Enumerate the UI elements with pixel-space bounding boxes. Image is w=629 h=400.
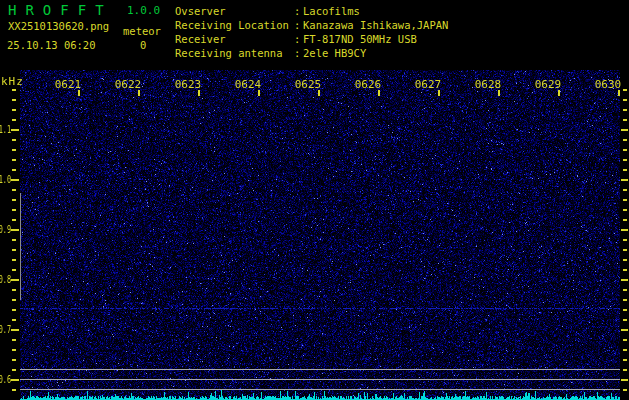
- freq-tick-label: 1.1: [0, 124, 11, 135]
- freq-minor-tick-left: [12, 389, 16, 391]
- app-version: 1.0.0: [127, 5, 160, 17]
- info-label: Receiver: [175, 32, 294, 46]
- freq-major-tick-right: [621, 379, 628, 381]
- freq-minor-tick-left: [12, 359, 16, 361]
- freq-minor-tick-right: [623, 259, 627, 261]
- freq-tick-label: 0.6: [0, 374, 11, 385]
- freq-minor-tick-left: [12, 109, 16, 111]
- freq-minor-tick-right: [623, 249, 627, 251]
- hrofft-window: HROFFT 1.0.0 XX2510130620.png meteor 0 2…: [0, 0, 629, 400]
- freq-minor-tick-left: [12, 369, 16, 371]
- info-value: Kanazawa Ishikawa,JAPAN: [303, 18, 448, 32]
- freq-minor-tick-left: [12, 259, 16, 261]
- info-colon: :: [294, 18, 303, 32]
- spectrogram-plot: [20, 70, 620, 400]
- freq-minor-tick-right: [623, 159, 627, 161]
- info-label: Receiving antenna: [175, 46, 294, 60]
- freq-tick-label: 1.0: [0, 174, 11, 185]
- info-label: Ovserver: [175, 4, 294, 18]
- freq-major-tick-right: [621, 229, 628, 231]
- freq-minor-tick-right: [623, 389, 627, 391]
- freq-minor-tick-left: [12, 349, 16, 351]
- freq-minor-tick-left: [12, 149, 16, 151]
- freq-minor-tick-left: [12, 289, 16, 291]
- freq-major-tick-left: [11, 129, 19, 131]
- freq-major-tick-right: [621, 179, 628, 181]
- freq-minor-tick-left: [12, 169, 16, 171]
- freq-tick-label: 0.9: [0, 224, 11, 235]
- freq-minor-tick-right: [623, 149, 627, 151]
- info-row-receiver: Receiver:FT-817ND 50MHz USB: [175, 32, 448, 46]
- output-filename: XX2510130620.png: [8, 21, 109, 32]
- info-colon: :: [294, 46, 303, 60]
- freq-major-tick-right: [621, 329, 628, 331]
- freq-minor-tick-right: [623, 339, 627, 341]
- info-value: FT-817ND 50MHz USB: [303, 32, 417, 46]
- meteor-count-label: meteor: [123, 26, 161, 37]
- freq-minor-tick-right: [623, 199, 627, 201]
- freq-minor-tick-right: [623, 299, 627, 301]
- freq-minor-tick-left: [12, 319, 16, 321]
- freq-major-tick-left: [11, 329, 19, 331]
- freq-minor-tick-right: [623, 99, 627, 101]
- info-value: Lacofilms: [303, 4, 360, 18]
- info-row-antenna: Receiving antenna:2ele HB9CY: [175, 46, 448, 60]
- freq-tick-label: 0.8: [0, 274, 11, 285]
- app-title: HROFFT: [8, 3, 113, 18]
- freq-minor-tick-left: [12, 119, 16, 121]
- meteor-count-value: 0: [140, 40, 146, 51]
- freq-minor-tick-left: [12, 209, 16, 211]
- freq-minor-tick-right: [623, 189, 627, 191]
- freq-minor-tick-left: [12, 249, 16, 251]
- freq-minor-tick-right: [623, 359, 627, 361]
- freq-minor-tick-left: [12, 239, 16, 241]
- freq-major-tick-left: [11, 179, 19, 181]
- info-label: Receiving Location: [175, 18, 294, 32]
- freq-minor-tick-right: [623, 139, 627, 141]
- freq-minor-tick-right: [623, 119, 627, 121]
- freq-major-tick-right: [621, 279, 628, 281]
- freq-minor-tick-left: [12, 309, 16, 311]
- freq-minor-tick-left: [12, 299, 16, 301]
- freq-minor-tick-right: [623, 239, 627, 241]
- freq-minor-tick-right: [623, 309, 627, 311]
- freq-major-tick-left: [11, 229, 19, 231]
- freq-major-tick-left: [11, 279, 19, 281]
- info-colon: :: [294, 32, 303, 46]
- freq-minor-tick-left: [12, 139, 16, 141]
- freq-minor-tick-right: [623, 319, 627, 321]
- freq-major-tick-right: [621, 129, 628, 131]
- freq-minor-tick-right: [623, 219, 627, 221]
- info-value: 2ele HB9CY: [303, 46, 366, 60]
- freq-minor-tick-right: [623, 349, 627, 351]
- freq-minor-tick-right: [623, 209, 627, 211]
- freq-minor-tick-left: [12, 339, 16, 341]
- observation-datetime: 25.10.13 06:20: [7, 40, 96, 51]
- freq-minor-tick-left: [12, 219, 16, 221]
- freq-minor-tick-right: [623, 89, 627, 91]
- freq-minor-tick-left: [12, 159, 16, 161]
- freq-tick-label: 0.7: [0, 324, 11, 335]
- freq-minor-tick-right: [623, 169, 627, 171]
- freq-minor-tick-right: [623, 269, 627, 271]
- info-colon: :: [294, 4, 303, 18]
- freq-minor-tick-right: [623, 289, 627, 291]
- freq-minor-tick-left: [12, 199, 16, 201]
- info-row-observer: Ovserver:Lacofilms: [175, 4, 448, 18]
- freq-minor-tick-left: [12, 269, 16, 271]
- observer-info-table: Ovserver:Lacofilms Receiving Location:Ka…: [175, 4, 448, 60]
- freq-minor-tick-left: [12, 99, 16, 101]
- freq-minor-tick-right: [623, 369, 627, 371]
- freq-minor-tick-left: [12, 89, 16, 91]
- freq-minor-tick-left: [12, 189, 16, 191]
- frequency-axis-unit-label: kHz: [1, 76, 24, 88]
- freq-major-tick-left: [11, 379, 19, 381]
- freq-minor-tick-right: [623, 109, 627, 111]
- info-row-location: Receiving Location:Kanazawa Ishikawa,JAP…: [175, 18, 448, 32]
